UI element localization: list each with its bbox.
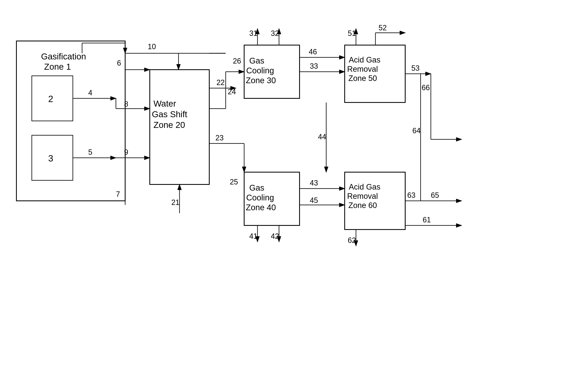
reactor-2-label: 2 <box>48 94 53 104</box>
acid-gas-50-label2: Removal <box>347 65 378 73</box>
gasification-zone-label2: Zone 1 <box>44 62 71 72</box>
label-62: 62 <box>348 236 356 245</box>
label-46: 46 <box>309 48 317 56</box>
reactor-3-label: 3 <box>48 153 53 163</box>
label-61: 61 <box>423 216 431 224</box>
process-flow-diagram: Gasification Zone 1 2 3 Water Gas Shift … <box>0 0 588 382</box>
acid-gas-50-label1: Acid Gas <box>349 56 380 64</box>
water-gas-shift-label2: Gas Shift <box>152 109 187 119</box>
acid-gas-60-box <box>345 172 405 229</box>
label-42: 42 <box>271 232 279 240</box>
label-9: 9 <box>124 148 128 156</box>
label-53: 53 <box>411 64 420 72</box>
label-41: 41 <box>249 232 257 240</box>
label-4: 4 <box>88 89 92 97</box>
gas-cooling-40-label2: Cooling <box>246 193 274 202</box>
gas-cooling-30-label2: Cooling <box>246 66 274 75</box>
label-65: 65 <box>431 191 439 199</box>
label-8: 8 <box>124 100 128 108</box>
label-43: 43 <box>310 179 318 187</box>
label-22: 22 <box>216 78 225 87</box>
water-gas-shift-label3: Zone 20 <box>153 120 185 130</box>
gas-cooling-30-label1: Gas <box>249 56 264 65</box>
acid-gas-50-label3: Zone 50 <box>348 74 377 83</box>
label-23: 23 <box>215 134 224 142</box>
label-26: 26 <box>233 57 241 65</box>
label-5: 5 <box>88 148 92 156</box>
water-gas-shift-label1: Water <box>153 99 176 108</box>
label-6: 6 <box>117 59 121 67</box>
label-45: 45 <box>310 196 318 205</box>
acid-gas-60-label3: Zone 60 <box>348 201 377 210</box>
acid-gas-50-box <box>345 45 405 102</box>
label-64: 64 <box>412 126 420 135</box>
label-44: 44 <box>318 133 326 141</box>
acid-gas-60-label1: Acid Gas <box>349 183 380 191</box>
label-24: 24 <box>228 88 236 96</box>
gas-cooling-30-label3: Zone 30 <box>246 76 276 85</box>
label-33: 33 <box>310 62 318 70</box>
acid-gas-60-label2: Removal <box>347 192 378 200</box>
gas-cooling-40-label3: Zone 40 <box>246 203 276 212</box>
gas-cooling-40-label1: Gas <box>249 183 264 192</box>
label-10: 10 <box>148 42 156 51</box>
gasification-zone-label: Gasification <box>41 52 86 61</box>
label-32: 32 <box>271 29 279 38</box>
label-51: 51 <box>348 29 356 38</box>
label-21: 21 <box>171 198 180 207</box>
label-66: 66 <box>422 83 430 92</box>
label-31: 31 <box>249 29 257 38</box>
label-63: 63 <box>407 191 416 199</box>
label-7: 7 <box>116 190 120 198</box>
label-52: 52 <box>378 24 387 32</box>
label-25: 25 <box>230 178 238 186</box>
